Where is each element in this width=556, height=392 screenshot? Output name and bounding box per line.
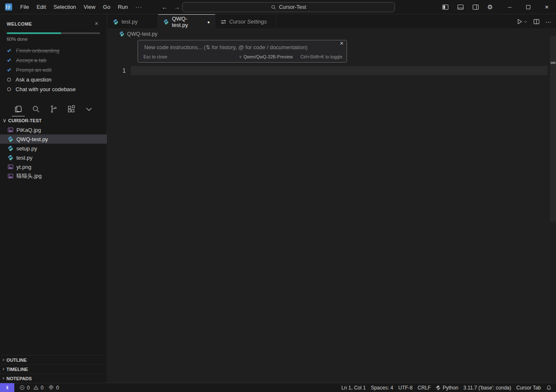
tab-test-py[interactable]: test.py xyxy=(108,14,158,29)
toggle-primary-sidebar-icon[interactable] xyxy=(438,0,453,14)
file-row-yt-png[interactable]: yt.png xyxy=(0,162,107,171)
file-name: test.py xyxy=(16,155,32,161)
breadcrumb[interactable]: QWQ-test.py xyxy=(108,29,556,39)
editor-actions: ⋯ xyxy=(515,14,553,29)
source-control-icon[interactable] xyxy=(48,103,59,116)
forward-arrow-icon[interactable]: → xyxy=(171,3,183,11)
sidebar: WELCOME ✕ 60% done ✓ Finish onboarding ✓… xyxy=(0,14,107,383)
explorer-root-folder[interactable]: ∨ CURSOR-TEST xyxy=(0,116,107,125)
views-overflow-chevron-icon[interactable] xyxy=(83,103,95,116)
window-minimize-button[interactable]: ─ xyxy=(500,0,519,14)
editor-area: test.py QWQ-test.py ● Cursor Settings ⋯ … xyxy=(108,14,556,383)
root-folder-label: CURSOR-TEST xyxy=(8,118,42,123)
ports-count: 0 xyxy=(56,385,59,391)
window-close-button[interactable]: ✕ xyxy=(537,0,556,14)
settings-gear-icon[interactable]: ⚙ xyxy=(483,0,497,14)
cursor-tab-status[interactable]: Cursor Tab xyxy=(514,383,543,392)
check-icon: ✓ xyxy=(7,57,12,63)
breadcrumb-file[interactable]: QWQ-test.py xyxy=(127,31,157,37)
title-bar: File Edit Selection View Go Run ··· ← → … xyxy=(0,0,556,14)
warning-triangle-icon xyxy=(33,385,39,390)
code-line-1[interactable]: 1 xyxy=(108,66,556,75)
more-actions-icon[interactable]: ⋯ xyxy=(544,17,553,26)
section-label: TIMELINE xyxy=(6,367,28,372)
checklist-item-ask-a-question[interactable]: Ask a question xyxy=(7,75,100,84)
toggle-panel-icon[interactable] xyxy=(453,0,468,14)
chevron-down-icon: ∨ xyxy=(239,55,242,59)
section-outline[interactable]: › OUTLINE xyxy=(0,355,107,364)
file-row-setup-py[interactable]: setup.py xyxy=(0,144,107,153)
python-file-icon xyxy=(8,136,13,142)
current-line-highlight[interactable] xyxy=(131,66,548,75)
onboarding-progress-bar xyxy=(7,32,100,34)
modified-dot-icon[interactable]: ● xyxy=(207,20,210,24)
problems-indicator[interactable]: 0 0 xyxy=(17,383,46,392)
warning-count: 0 xyxy=(41,385,44,391)
encoding-status[interactable]: UTF-8 xyxy=(396,383,415,392)
check-icon: ✓ xyxy=(7,47,12,54)
file-tree: PiKaQ.jpg QWQ-test.py setup.py test.py y… xyxy=(0,125,107,181)
menu-run[interactable]: Run xyxy=(114,2,132,12)
editor-scrollbar[interactable] xyxy=(550,36,556,222)
search-value: Cursor-Test xyxy=(279,4,306,10)
command-center-search[interactable]: Cursor-Test xyxy=(182,2,395,12)
python-interpreter-status[interactable]: 3.11.7 ('base': conda) xyxy=(461,383,514,392)
file-row-pikaq-jpg[interactable]: PiKaQ.jpg xyxy=(0,125,107,134)
extensions-icon[interactable] xyxy=(66,103,77,116)
search-icon xyxy=(271,5,276,10)
explorer-icon[interactable] xyxy=(13,103,24,116)
menu-selection[interactable]: Selection xyxy=(50,2,79,12)
tab-label: Cursor Settings xyxy=(229,18,267,25)
checklist-item-finish-onboarding[interactable]: ✓ Finish onboarding xyxy=(7,46,100,55)
tab-cursor-settings[interactable]: Cursor Settings xyxy=(215,14,276,29)
indentation-status[interactable]: Spaces: 4 xyxy=(368,383,396,392)
section-label: NOTEPADS xyxy=(6,376,32,381)
python-file-icon xyxy=(119,31,124,37)
checklist-item-chat-with-codebase[interactable]: Chat with your codebase xyxy=(7,84,100,94)
menu-file[interactable]: File xyxy=(16,2,33,12)
search-view-icon[interactable] xyxy=(30,103,42,116)
ports-indicator[interactable]: 0 xyxy=(46,383,61,392)
tab-qwq-test-py[interactable]: QWQ-test.py ● xyxy=(158,14,215,29)
language-mode-status[interactable]: Python xyxy=(433,383,461,392)
tab-label: QWQ-test.py xyxy=(172,16,203,28)
maximize-icon xyxy=(526,5,530,9)
menu-go[interactable]: Go xyxy=(99,2,114,12)
run-dropdown-chevron-icon[interactable] xyxy=(524,20,527,24)
eol-status[interactable]: CRLF xyxy=(415,383,433,392)
file-row-maomaotou-jpg[interactable]: 猫猫头.jpg xyxy=(0,171,107,181)
menu-edit[interactable]: Edit xyxy=(33,2,50,12)
progress-label: 60% done xyxy=(7,37,100,42)
menu-view[interactable]: View xyxy=(80,2,99,12)
prompt-close-icon[interactable]: ✕ xyxy=(340,41,344,46)
code-area[interactable]: 1 xyxy=(108,39,556,383)
window-maximize-button[interactable] xyxy=(519,0,537,14)
back-arrow-icon[interactable]: ← xyxy=(159,3,171,11)
python-file-icon xyxy=(113,19,119,25)
file-name: 猫猫头.jpg xyxy=(16,172,42,180)
menu-more-icon[interactable]: ··· xyxy=(132,2,146,12)
file-row-test-py[interactable]: test.py xyxy=(0,153,107,162)
file-row-qwq-test-py[interactable]: QWQ-test.py xyxy=(0,134,107,144)
onboarding-checklist: ✓ Finish onboarding ✓ Accept a tab ✓ Pro… xyxy=(7,46,100,94)
remote-indicator[interactable] xyxy=(0,383,14,392)
python-file-icon xyxy=(8,155,13,160)
prompt-input[interactable] xyxy=(143,44,337,51)
section-timeline[interactable]: › TIMELINE xyxy=(0,364,107,374)
model-selector[interactable]: ∨ Qwen/QwQ-32B-Preview xyxy=(239,54,293,59)
cursor-position-status[interactable]: Ln 1, Col 1 xyxy=(339,383,368,392)
checklist-item-accept-a-tab[interactable]: ✓ Accept a tab xyxy=(7,55,100,65)
toggle-hint: Ctrl+Shift+K to toggle xyxy=(300,54,342,59)
checklist-item-prompt-an-edit[interactable]: ✓ Prompt an edit xyxy=(7,65,100,75)
welcome-close-icon[interactable]: ✕ xyxy=(93,20,100,27)
notifications-bell[interactable] xyxy=(543,383,556,392)
chevron-right-icon: › xyxy=(3,366,4,372)
split-editor-icon[interactable] xyxy=(532,17,541,26)
radio-tower-icon xyxy=(48,385,54,390)
run-python-file-button[interactable] xyxy=(515,17,529,26)
section-notepads[interactable]: › NOTEPADS xyxy=(0,374,107,383)
toggle-secondary-sidebar-icon[interactable] xyxy=(468,0,483,14)
todo-circle-icon xyxy=(7,87,11,91)
sliders-icon xyxy=(220,19,226,25)
prompt-footer: Esc to close ∨ Qwen/QwQ-32B-Preview Ctrl… xyxy=(143,54,342,59)
